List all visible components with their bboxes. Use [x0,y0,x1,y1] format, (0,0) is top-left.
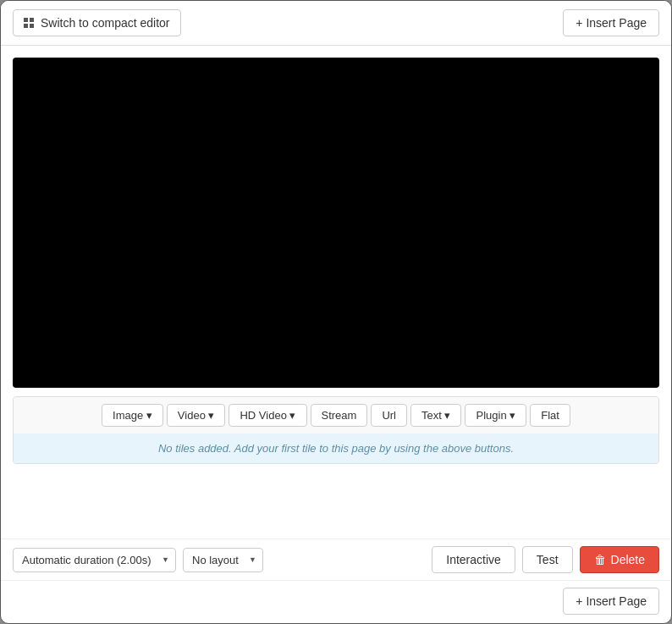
delete-label: Delete [611,553,645,566]
delete-icon: 🗑 [594,553,606,566]
tile-btn-stream[interactable]: Stream [311,404,368,427]
grid-icon [24,18,34,28]
tile-btn-text[interactable]: Text ▾ [410,404,461,427]
stream-label: Stream [322,409,357,422]
interactive-button[interactable]: Interactive [432,546,515,573]
content-area: Image ▾ Video ▾ HD Video ▾ Stream Url Te… [1,46,671,538]
duration-select-wrapper: Automatic duration (2.00s) 1.00s 3.00s 5… [13,548,176,572]
test-button[interactable]: Test [522,546,573,573]
insert-page-top-label: + Insert Page [576,16,647,30]
test-label: Test [537,553,559,566]
compact-editor-label: Switch to compact editor [41,16,170,30]
layout-select[interactable]: No layout Layout 1 Layout 2 [183,548,263,572]
compact-editor-button[interactable]: Switch to compact editor [13,9,181,36]
tile-btn-image[interactable]: Image ▾ [102,404,163,427]
tile-btn-flat[interactable]: Flat [530,404,570,427]
tile-btn-video[interactable]: Video ▾ [167,404,226,427]
duration-select[interactable]: Automatic duration (2.00s) 1.00s 3.00s 5… [13,548,176,572]
main-container: Switch to compact editor + Insert Page I… [0,0,672,624]
no-tiles-message: No tiles added. Add your first tile to t… [14,433,658,463]
insert-page-top-button[interactable]: + Insert Page [563,9,659,36]
insert-page-bottom-label: + Insert Page [576,594,647,608]
video-preview [13,58,659,388]
tile-buttons-row: Image ▾ Video ▾ HD Video ▾ Stream Url Te… [14,397,658,433]
interactive-label: Interactive [446,553,501,566]
bottom-insert-row: + Insert Page [1,580,671,623]
tile-btn-plugin[interactable]: Plugin ▾ [465,404,526,427]
no-tiles-text: No tiles added. Add your first tile to t… [158,442,514,455]
insert-page-bottom-button[interactable]: + Insert Page [563,588,659,615]
bottom-controls: Automatic duration (2.00s) 1.00s 3.00s 5… [1,538,671,580]
layout-select-wrapper: No layout Layout 1 Layout 2 [183,548,263,572]
tile-btn-hd-video[interactable]: HD Video ▾ [229,404,306,427]
tile-btn-url[interactable]: Url [371,404,407,427]
top-toolbar: Switch to compact editor + Insert Page [1,1,671,46]
delete-button[interactable]: 🗑 Delete [580,546,659,573]
tile-buttons-container: Image ▾ Video ▾ HD Video ▾ Stream Url Te… [13,396,659,464]
